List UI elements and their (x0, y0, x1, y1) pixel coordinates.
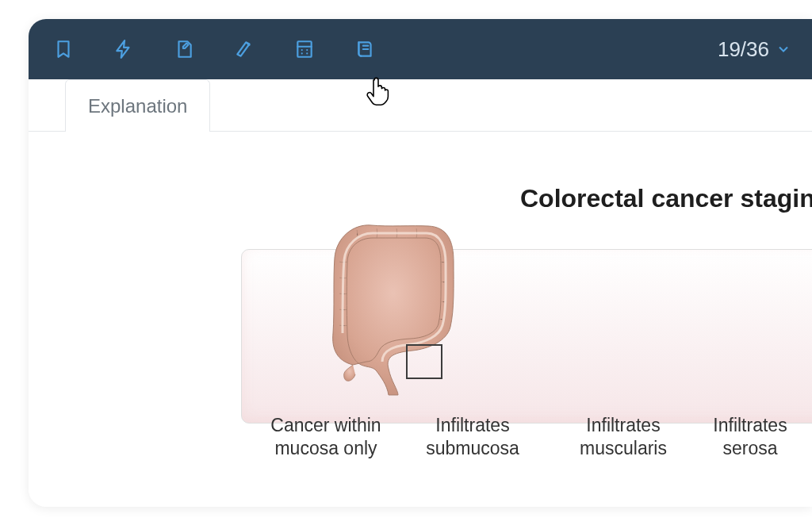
page-indicator-label: 19/36 (718, 37, 769, 62)
top-toolbar: 19/36 (29, 19, 812, 79)
flash-button[interactable] (111, 36, 136, 62)
label-stage-3: Infiltrates serosa (703, 414, 798, 460)
diagram-labels: Cancer within mucosa only Infiltrates su… (259, 414, 812, 460)
label-stage-1: Infiltrates submucosa (401, 414, 544, 460)
diagram-marker-box (406, 344, 442, 379)
svg-rect-0 (297, 41, 311, 57)
app-window: 19/36 Explanation Colorectal cancer stag… (29, 19, 812, 507)
label-text: serosa (722, 438, 777, 458)
flash-icon (113, 39, 134, 59)
page-indicator-dropdown[interactable]: 19/36 (718, 37, 791, 62)
tabstrip: Explanation (29, 79, 812, 132)
label-text: muscularis (580, 438, 667, 458)
book-button[interactable] (352, 36, 377, 62)
label-text: Infiltrates (435, 415, 509, 435)
label-stage-2: Infiltrates muscularis (552, 414, 695, 460)
content-panel: Colorectal cancer staging (29, 132, 812, 507)
highlighter-icon (234, 39, 255, 59)
label-stage-0: Cancer within mucosa only (259, 414, 393, 460)
label-text: Infiltrates (713, 415, 787, 435)
book-icon (354, 39, 375, 59)
label-text: Cancer within (270, 415, 381, 435)
label-text: Infiltrates (586, 415, 660, 435)
calculator-button[interactable] (292, 36, 317, 62)
label-text: submucosa (426, 438, 519, 458)
diagram-title: Colorectal cancer staging (520, 184, 812, 213)
colon-illustration (309, 214, 476, 397)
note-icon (174, 39, 194, 59)
calculator-icon (294, 39, 315, 59)
chevron-down-icon (776, 41, 791, 57)
label-text: mucosa only (274, 438, 377, 458)
tab-explanation-label: Explanation (88, 95, 187, 117)
tab-explanation[interactable]: Explanation (65, 79, 210, 132)
highlighter-button[interactable] (232, 36, 257, 62)
bookmark-button[interactable] (51, 36, 76, 62)
note-button[interactable] (171, 36, 197, 62)
bookmark-icon (53, 39, 74, 59)
